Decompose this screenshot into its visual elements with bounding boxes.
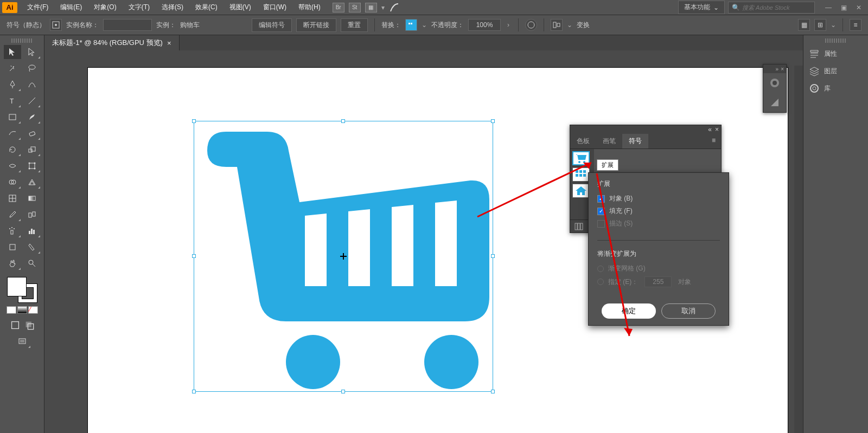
chevron-down-icon[interactable]: ⌄ (422, 21, 427, 29)
symbol-thumb-grid[interactable] (572, 167, 590, 182)
eyedropper-tool[interactable] (4, 208, 21, 222)
libraries-panel-tab[interactable]: 库 (803, 80, 868, 97)
blend-tool[interactable] (23, 208, 41, 222)
menu-object[interactable]: 对象(O) (88, 1, 122, 14)
chevron-down-icon[interactable]: ⌄ (567, 21, 572, 29)
type-tool[interactable]: T (4, 94, 21, 108)
color-wheel-icon[interactable] (763, 73, 786, 93)
replace-symbol-thumb[interactable] (405, 19, 417, 31)
menu-effect[interactable]: 效果(C) (190, 1, 223, 14)
rectangle-tool[interactable] (4, 110, 21, 124)
close-tab-icon[interactable]: × (167, 39, 171, 47)
gradient-mode[interactable] (17, 306, 27, 314)
stock-icon[interactable]: St (349, 3, 361, 12)
line-tool[interactable] (23, 94, 41, 108)
draw-normal[interactable] (9, 319, 22, 331)
vertical-scrollbar[interactable] (794, 66, 803, 433)
draw-behind[interactable] (23, 319, 36, 331)
fill-swatch[interactable] (7, 277, 27, 296)
curvature-tool[interactable] (23, 77, 41, 92)
search-input[interactable] (742, 4, 811, 11)
menu-edit[interactable]: 编辑(E) (55, 1, 87, 14)
reset-button[interactable]: 重置 (341, 18, 368, 32)
shaper-tool[interactable] (4, 126, 21, 140)
shape-builder-tool[interactable] (4, 175, 21, 189)
selection-tool[interactable] (4, 45, 21, 59)
artboard-tool[interactable] (4, 240, 21, 254)
object-checkbox[interactable]: 对象 (B) (597, 194, 720, 203)
color-guide-icon[interactable] (763, 93, 786, 112)
lasso-tool[interactable] (23, 61, 41, 75)
properties-panel-tab[interactable]: 属性 (803, 45, 868, 62)
collapse-icon[interactable]: « (708, 126, 712, 133)
menu-type[interactable]: 文字(T) (123, 1, 155, 14)
symbols-tab[interactable]: 符号 (622, 134, 648, 148)
swatches-tab[interactable]: 色板 (570, 134, 596, 148)
symbol-registration-icon[interactable] (50, 19, 62, 31)
gradient-tool[interactable] (23, 191, 41, 205)
workspace-switcher[interactable]: 基本功能 ⌄ (678, 1, 725, 14)
none-mode[interactable]: ⁄ (28, 306, 38, 314)
opacity-value[interactable]: 100% (468, 19, 501, 31)
cancel-button[interactable]: 取消 (661, 303, 716, 319)
eraser-tool[interactable] (23, 126, 41, 140)
ok-button[interactable]: 确定 (602, 303, 656, 319)
gpu-icon[interactable] (389, 2, 400, 13)
paintbrush-tool[interactable] (23, 110, 41, 124)
scale-tool[interactable] (23, 143, 41, 157)
symbol-thumb-home[interactable] (572, 184, 590, 198)
recolor-icon[interactable] (525, 19, 537, 31)
collapse-icon[interactable]: » (776, 66, 779, 72)
transform-label[interactable]: 变换 (577, 21, 590, 30)
panel-handle[interactable] (825, 38, 847, 43)
screen-mode[interactable] (14, 334, 31, 348)
arrange-icon[interactable]: ▦ (365, 3, 377, 12)
symbol-library-icon[interactable] (573, 222, 584, 231)
panel-handle[interactable] (11, 38, 33, 43)
close-icon[interactable]: × (715, 126, 719, 133)
fill-stroke-swatches[interactable] (7, 277, 37, 303)
symbol-sprayer-tool[interactable] (4, 224, 21, 238)
width-tool[interactable] (4, 159, 21, 173)
free-transform-tool[interactable] (23, 159, 41, 173)
document-tab[interactable]: 未标题-1* @ 84% (RGB/GPU 预览) × (44, 35, 180, 50)
menu-view[interactable]: 视图(V) (224, 1, 257, 14)
direct-selection-tool[interactable] (23, 45, 41, 59)
chevron-down-icon[interactable]: ⌄ (831, 21, 836, 29)
close-icon[interactable]: × (781, 66, 784, 72)
perspective-tool[interactable] (23, 175, 41, 189)
mesh-tool[interactable] (4, 191, 21, 205)
dropdown-icon[interactable]: ▾ (381, 4, 385, 11)
fill-checkbox[interactable]: 填充 (F) (597, 206, 720, 216)
bridge-icon[interactable]: Br (333, 3, 344, 12)
close-button[interactable]: ✕ (852, 2, 866, 13)
slice-tool[interactable] (23, 240, 41, 254)
zoom-tool[interactable] (23, 256, 41, 270)
symbol-thumb-cart[interactable] (572, 151, 590, 165)
pen-tool[interactable] (4, 77, 21, 92)
menu-select[interactable]: 选择(S) (156, 1, 189, 14)
minimize-button[interactable]: — (821, 2, 835, 13)
menu-window[interactable]: 窗口(W) (258, 1, 292, 14)
floating-color-panel[interactable]: »× (763, 64, 787, 113)
align-icon[interactable] (551, 19, 563, 31)
brushes-tab[interactable]: 画笔 (596, 134, 622, 148)
rotate-tool[interactable] (4, 143, 21, 157)
magic-wand-tool[interactable] (4, 61, 21, 75)
menu-file[interactable]: 文件(F) (22, 1, 54, 14)
layers-panel-tab[interactable]: 图层 (803, 62, 868, 80)
preferences-icon[interactable]: ⊞ (814, 19, 826, 31)
panel-menu-icon[interactable]: ≡ (850, 19, 861, 31)
maximize-button[interactable]: ▣ (837, 2, 851, 13)
hand-tool[interactable] (4, 256, 21, 270)
selection-bounding-box[interactable] (194, 121, 493, 392)
instance-name-input[interactable] (103, 19, 152, 31)
color-mode[interactable] (7, 306, 16, 314)
menu-help[interactable]: 帮助(H) (293, 1, 326, 14)
chevron-right-icon[interactable]: › (507, 21, 509, 29)
break-link-button[interactable]: 断开链接 (296, 18, 336, 32)
setup-icon[interactable]: ▦ (798, 19, 810, 31)
edit-symbol-button[interactable]: 编辑符号 (252, 18, 292, 32)
panel-menu-icon[interactable]: ≡ (706, 134, 721, 148)
search-stock[interactable]: 🔍 (728, 2, 815, 14)
